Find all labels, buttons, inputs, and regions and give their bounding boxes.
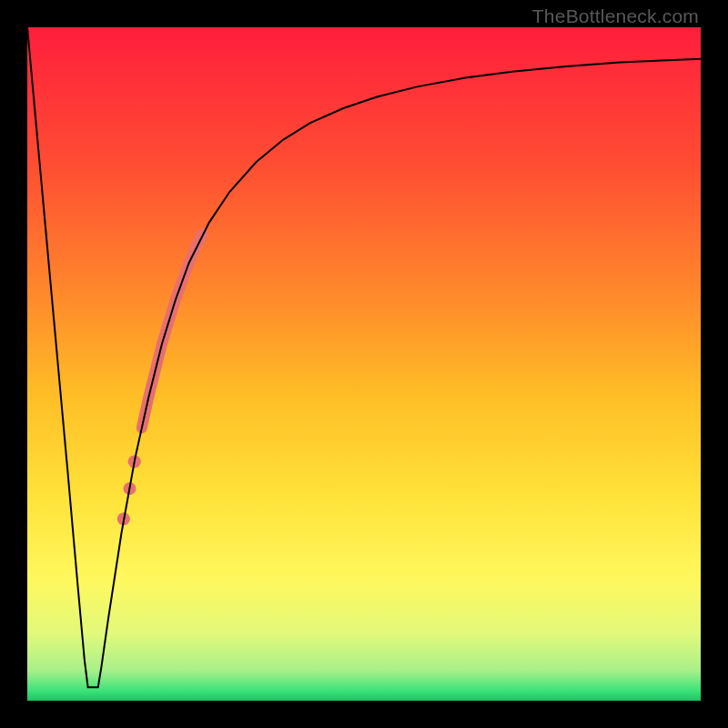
plot-area xyxy=(27,27,701,701)
chart-frame: TheBottleneck.com xyxy=(0,0,728,728)
chart-svg xyxy=(27,27,701,701)
bottleneck-curve xyxy=(27,27,701,687)
watermark-text: TheBottleneck.com xyxy=(532,5,699,27)
highlight-band xyxy=(142,234,203,428)
